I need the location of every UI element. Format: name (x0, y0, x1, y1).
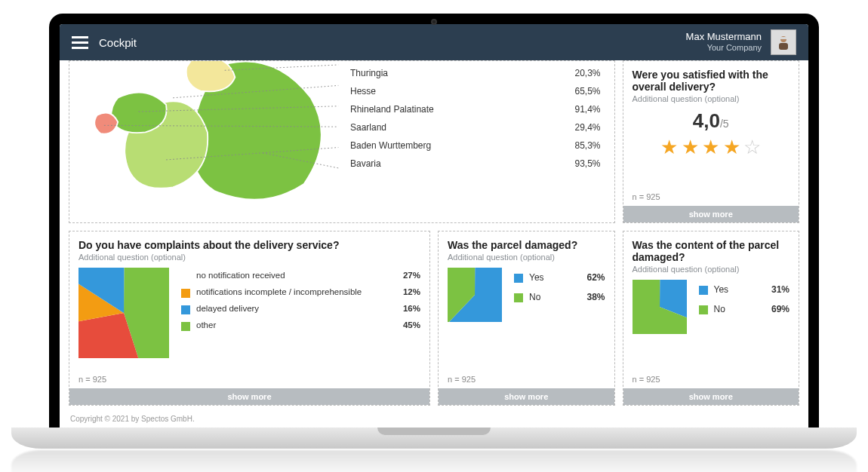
legend-item: No69% (699, 299, 790, 319)
parcel-damaged-card: Was the parcel damaged? Additional quest… (438, 231, 615, 406)
card-subtitle: Additional question (optional) (633, 265, 790, 274)
svg-rect-1 (779, 43, 788, 50)
card-title: Were you satisfied with the overall deli… (633, 69, 790, 93)
svg-point-16 (639, 287, 680, 328)
card-title: Do you have complaints about the deliver… (78, 239, 420, 251)
n-count: n = 925 (78, 375, 106, 384)
region-list: Thuringia20,3% Hesse65,5% Rhineland Pala… (350, 64, 605, 222)
region-row: Rhineland Palatinate91,4% (350, 100, 601, 118)
card-subtitle: Additional question (optional) (78, 253, 420, 262)
svg-point-14 (454, 274, 496, 316)
laptop-base (11, 428, 857, 449)
menu-icon[interactable] (72, 36, 88, 49)
screen: Cockpit Max Mustermann Your Company (60, 24, 808, 428)
footer-copyright: Copyright © 2021 by Spectos GmbH. (60, 410, 808, 428)
webcam-dot (431, 19, 437, 25)
dashboard-grid: Thuringia20,3% Hesse65,5% Rhineland Pala… (60, 60, 808, 410)
person-icon (774, 33, 793, 51)
page-title: Cockpit (99, 36, 137, 49)
region-row: Saarland29,4% (350, 118, 601, 136)
complaints-card: Do you have complaints about the deliver… (69, 231, 430, 406)
legend: Yes62% No38% (514, 268, 605, 308)
region-row: Thuringia20,3% (350, 64, 601, 82)
card-subtitle: Additional question (optional) (448, 253, 605, 262)
legend-item: other45% (181, 317, 420, 334)
reflection (11, 450, 857, 472)
user-block[interactable]: Max Mustermann Your Company (686, 31, 762, 54)
show-more-button[interactable]: show more (69, 388, 429, 405)
n-count: n = 925 (633, 192, 660, 201)
show-more-button[interactable]: show more (439, 388, 614, 405)
legend-item: No38% (514, 287, 605, 307)
card-title: Was the parcel damaged? (448, 239, 605, 251)
avatar[interactable] (771, 29, 796, 55)
legend-item: no notification received27% (181, 268, 420, 284)
card-title: Was the content of the parcel damaged? (633, 239, 790, 263)
star-icon: ★ (660, 137, 678, 157)
map-card: Thuringia20,3% Hesse65,5% Rhineland Pala… (69, 60, 615, 223)
legend-item: Yes62% (514, 268, 605, 287)
star-rating: ★ ★ ★ ★ ☆ (633, 137, 790, 157)
pie-chart (78, 268, 169, 358)
n-count: n = 925 (633, 375, 660, 384)
laptop-frame: Cockpit Max Mustermann Your Company (49, 14, 819, 428)
content-damaged-card: Was the content of the parcel damaged? A… (623, 231, 800, 406)
satisfaction-card: Were you satisfied with the overall deli… (623, 60, 800, 223)
region-row: Baden Wurttemberg85,3% (350, 136, 601, 155)
n-count: n = 925 (448, 375, 476, 384)
card-subtitle: Additional question (optional) (633, 94, 790, 103)
topbar: Cockpit Max Mustermann Your Company (60, 24, 808, 60)
germany-map (78, 60, 350, 207)
user-company: Your Company (686, 43, 762, 54)
star-icon: ☆ (743, 137, 761, 157)
star-icon: ★ (682, 137, 699, 157)
svg-point-12 (90, 279, 159, 348)
region-row: Hesse65,5% (350, 82, 601, 100)
legend-item: delayed delivery16% (181, 301, 420, 317)
show-more-button[interactable]: show more (623, 206, 799, 222)
show-more-button[interactable]: show more (623, 388, 799, 405)
svg-rect-2 (780, 37, 786, 39)
legend-item: Yes31% (699, 280, 790, 299)
pie-chart (633, 280, 687, 334)
legend-item: notifications incomplete / incomprehensi… (181, 284, 420, 301)
user-name: Max Mustermann (686, 31, 762, 43)
star-icon: ★ (723, 137, 740, 157)
score-value: 4,0/5 (633, 109, 790, 133)
pie-chart (448, 268, 502, 322)
legend: Yes31% No69% (699, 280, 790, 320)
region-row: Bavaria93,5% (350, 155, 601, 173)
legend: no notification received27% notification… (181, 268, 420, 334)
star-icon: ★ (702, 137, 719, 157)
